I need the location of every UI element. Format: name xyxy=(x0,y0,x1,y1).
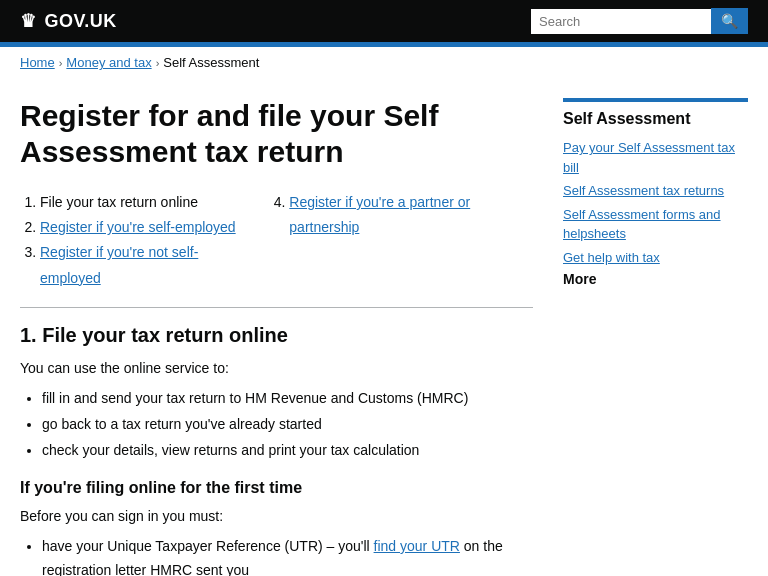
sidebar-link-4[interactable]: Get help with tax xyxy=(563,250,660,265)
sidebar: Self Assessment Pay your Self Assessment… xyxy=(563,98,748,576)
breadcrumb-sep-2: › xyxy=(156,57,160,69)
sidebar-title: Self Assessment xyxy=(563,98,748,128)
sidebar-item-1: Pay your Self Assessment tax bill xyxy=(563,138,748,177)
gov-logo: ♛ GOV.UK xyxy=(20,10,117,32)
breadcrumb: Home › Money and tax › Self Assessment xyxy=(0,47,768,78)
page-title: Register for and file your Self Assessme… xyxy=(20,98,533,170)
section1-intro: You can use the online service to: xyxy=(20,357,533,379)
section1-heading: 1. File your tax return online xyxy=(20,324,533,347)
steps-grid: File your tax return online Register if … xyxy=(20,190,533,291)
section-first-time: If you're filing online for the first ti… xyxy=(20,479,533,576)
steps-col-2: Register if you're a partner or partners… xyxy=(269,190,533,291)
sidebar-more[interactable]: More xyxy=(563,271,748,287)
section1-bullets: fill in and send your tax return to HM R… xyxy=(20,387,533,462)
bullet-utr: have your Unique Taxpayer Reference (UTR… xyxy=(42,535,533,576)
step-4: Register if you're a partner or partners… xyxy=(289,190,533,240)
step-1: File your tax return online xyxy=(40,190,249,215)
steps-list-1: File your tax return online Register if … xyxy=(20,190,249,291)
sidebar-link-2[interactable]: Self Assessment tax returns xyxy=(563,183,724,198)
bullet-2: go back to a tax return you've already s… xyxy=(42,413,533,437)
steps-list-2: Register if you're a partner or partners… xyxy=(269,190,533,240)
sidebar-links: Pay your Self Assessment tax bill Self A… xyxy=(563,138,748,267)
step-4-link[interactable]: Register if you're a partner or partners… xyxy=(289,194,470,235)
main-content: Register for and file your Self Assessme… xyxy=(20,98,533,576)
section2-intro: Before you can sign in you must: xyxy=(20,505,533,527)
section2-heading: If you're filing online for the first ti… xyxy=(20,479,533,497)
crown-icon: ♛ xyxy=(20,10,37,32)
breadcrumb-home[interactable]: Home xyxy=(20,55,55,70)
step-3-link[interactable]: Register if you're not self-employed xyxy=(40,244,198,285)
search-button[interactable]: 🔍 xyxy=(711,8,748,34)
breadcrumb-current: Self Assessment xyxy=(163,55,259,70)
sidebar-link-3[interactable]: Self Assessment forms and helpsheets xyxy=(563,207,721,242)
search-input[interactable] xyxy=(531,9,711,34)
breadcrumb-money-and-tax[interactable]: Money and tax xyxy=(66,55,151,70)
main-wrapper: Register for and file your Self Assessme… xyxy=(0,78,768,576)
step-2-link[interactable]: Register if you're self-employed xyxy=(40,219,236,235)
section-file-online: 1. File your tax return online You can u… xyxy=(20,324,533,463)
bullet-1: fill in and send your tax return to HM R… xyxy=(42,387,533,411)
search-form: 🔍 xyxy=(531,8,748,34)
steps-col-1: File your tax return online Register if … xyxy=(20,190,249,291)
breadcrumb-sep-1: › xyxy=(59,57,63,69)
sidebar-item-2: Self Assessment tax returns xyxy=(563,181,748,201)
section-divider xyxy=(20,307,533,308)
site-header: ♛ GOV.UK 🔍 xyxy=(0,0,768,42)
find-utr-link[interactable]: find your UTR xyxy=(374,538,460,554)
sidebar-item-3: Self Assessment forms and helpsheets xyxy=(563,205,748,244)
sidebar-link-1[interactable]: Pay your Self Assessment tax bill xyxy=(563,140,735,175)
sidebar-item-4: Get help with tax xyxy=(563,248,748,268)
section2-bullets: have your Unique Taxpayer Reference (UTR… xyxy=(20,535,533,576)
step-2: Register if you're self-employed xyxy=(40,215,249,240)
step-3: Register if you're not self-employed xyxy=(40,240,249,290)
logo-text: GOV.UK xyxy=(45,11,117,32)
bullet-3: check your details, view returns and pri… xyxy=(42,439,533,463)
